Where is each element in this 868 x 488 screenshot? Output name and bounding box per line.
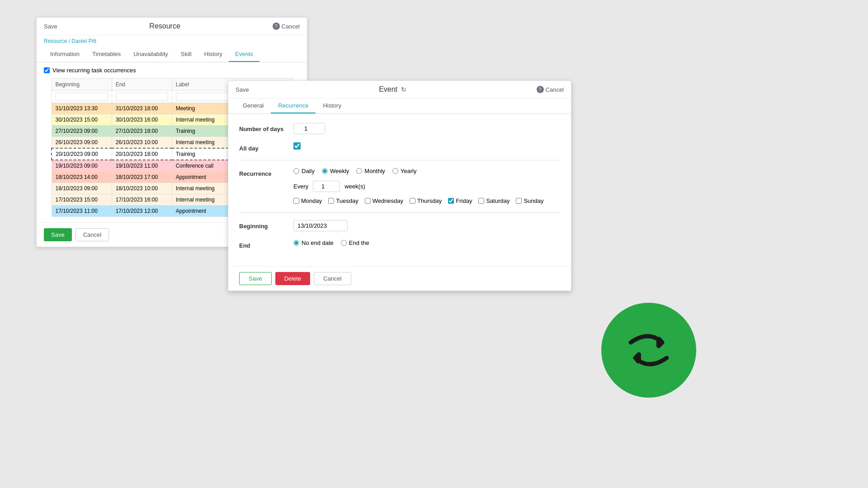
col-end: End: [112, 79, 172, 91]
day-monday[interactable]: Monday: [293, 197, 322, 204]
beginning-date-input[interactable]: [293, 220, 348, 231]
event-content: Number of days All day Recurrence Daily: [228, 114, 571, 266]
every-input[interactable]: [313, 181, 340, 192]
view-recurring-row: View recurring task occurrences: [37, 62, 307, 78]
event-tab-general[interactable]: General: [236, 99, 271, 113]
radio-daily[interactable]: Daily: [293, 168, 315, 174]
resource-cancel-label[interactable]: Cancel: [282, 23, 300, 30]
radio-no-end-date[interactable]: No end date: [293, 239, 334, 246]
event-panel-header: Save Event ↻ ? Cancel: [228, 81, 571, 99]
day-friday[interactable]: Friday: [448, 197, 472, 204]
all-day-label: All day: [239, 142, 293, 152]
event-tab-recurrence[interactable]: Recurrence: [271, 99, 316, 113]
event-save-top-button[interactable]: Save: [236, 86, 249, 93]
resource-footer-save-button[interactable]: Save: [44, 228, 72, 241]
recurrence-label: Recurrence: [239, 168, 293, 177]
view-recurring-checkbox[interactable]: [44, 67, 50, 73]
event-tab-history[interactable]: History: [316, 99, 348, 113]
all-day-checkbox[interactable]: [293, 142, 301, 150]
col-label: Label: [172, 79, 233, 91]
radio-yearly[interactable]: Yearly: [392, 168, 417, 174]
day-wednesday[interactable]: Wednesday: [365, 197, 403, 204]
day-tuesday[interactable]: Tuesday: [328, 197, 358, 204]
number-of-days-row: Number of days: [239, 123, 560, 134]
resource-save-button[interactable]: Save: [44, 23, 57, 30]
event-save-button[interactable]: Save: [239, 272, 272, 285]
arrows-icon: [624, 325, 674, 375]
resource-footer-cancel-button[interactable]: Cancel: [75, 228, 109, 241]
end-label: End: [239, 239, 293, 249]
tab-timetables[interactable]: Timetables: [86, 47, 127, 62]
divider-2: [239, 212, 560, 213]
refresh-icon[interactable]: ↻: [401, 86, 406, 93]
arrows-svg: [624, 325, 674, 375]
resource-cancel-link[interactable]: ? Cancel: [273, 23, 300, 30]
all-day-row: All day: [239, 142, 560, 152]
view-recurring-label: View recurring task occurrences: [52, 67, 136, 74]
end-options-row: No end date End the: [293, 239, 560, 246]
days-checkboxes: Monday Tuesday Wednesday Thursday Friday: [293, 197, 560, 204]
col-beginning: Beginning: [52, 79, 112, 91]
event-cancel-link[interactable]: ? Cancel: [537, 86, 564, 93]
event-tabs: General Recurrence History: [228, 99, 571, 114]
recurrence-radio-group: Daily Weekly Monthly Yearly: [293, 168, 560, 174]
resource-panel-title: Resource: [57, 22, 273, 30]
number-of-days-label: Number of days: [239, 123, 293, 132]
tab-unavailability[interactable]: Unavailability: [127, 47, 175, 62]
resource-tabs: Information Timetables Unavailability Sk…: [37, 47, 307, 62]
every-label: Every: [293, 183, 308, 190]
tab-events[interactable]: Events: [229, 47, 259, 62]
tab-skill[interactable]: Skill: [175, 47, 198, 62]
radio-weekly[interactable]: Weekly: [322, 168, 349, 174]
breadcrumb[interactable]: Resource / Daniel Pitt: [37, 35, 307, 47]
day-sunday[interactable]: Sunday: [516, 197, 543, 204]
tab-information[interactable]: Information: [44, 47, 86, 62]
beginning-label: Beginning: [239, 220, 293, 230]
radio-monthly[interactable]: Monthly: [356, 168, 385, 174]
event-cancel-label[interactable]: Cancel: [546, 86, 564, 93]
resource-panel-header: Save Resource ? Cancel: [37, 18, 307, 35]
number-of-days-input[interactable]: [293, 123, 325, 134]
day-saturday[interactable]: Saturday: [478, 197, 509, 204]
week-unit-label: week(s): [344, 183, 365, 190]
filter-end[interactable]: [116, 93, 168, 101]
radio-end-the[interactable]: End the: [341, 239, 369, 246]
recurrence-icon: [601, 303, 696, 398]
end-row: End No end date End the: [239, 239, 560, 249]
every-row: Every week(s): [293, 181, 560, 192]
beginning-row: Beginning: [239, 220, 560, 231]
recurrence-row: Recurrence Daily Weekly Monthly Yearly: [239, 168, 560, 204]
filter-label[interactable]: [176, 93, 230, 101]
help-icon: ?: [273, 23, 280, 30]
event-delete-button[interactable]: Delete: [275, 272, 311, 285]
event-panel: Save Event ↻ ? Cancel General Recurrence…: [228, 80, 571, 291]
day-thursday[interactable]: Thursday: [410, 197, 442, 204]
divider-1: [239, 160, 560, 160]
event-cancel-button[interactable]: Cancel: [314, 272, 351, 285]
event-panel-title: Event ↻: [379, 85, 406, 94]
event-help-icon: ?: [537, 86, 544, 93]
filter-beginning[interactable]: [56, 93, 108, 101]
tab-history[interactable]: History: [198, 47, 229, 62]
event-panel-footer: Save Delete Cancel: [228, 266, 571, 291]
